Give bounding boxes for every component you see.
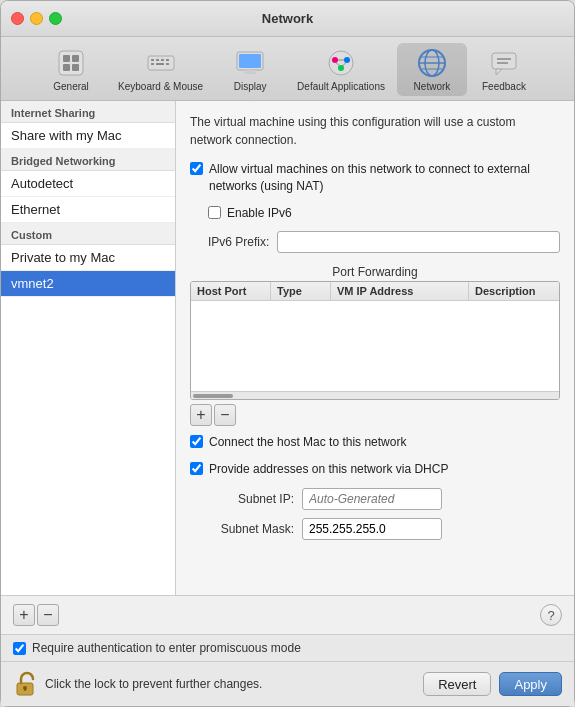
feedback-icon [488, 47, 520, 79]
col-host-port: Host Port [191, 282, 271, 300]
table-scrollbar[interactable] [191, 391, 559, 399]
sidebar-section-internet-sharing: Internet Sharing [1, 101, 175, 123]
allow-nat-checkbox[interactable] [190, 162, 203, 175]
keyboard-icon [145, 47, 177, 79]
provide-dhcp-checkbox[interactable] [190, 462, 203, 475]
enable-ipv6-label: Enable IPv6 [227, 205, 292, 222]
general-icon [55, 47, 87, 79]
subnet-ip-label: Subnet IP: [214, 492, 294, 506]
network-icon [416, 47, 448, 79]
svg-rect-16 [244, 72, 256, 74]
connect-host-checkbox[interactable] [190, 435, 203, 448]
svg-rect-11 [156, 63, 164, 65]
sidebar-item-share-with-mac[interactable]: Share with my Mac [1, 123, 175, 149]
table-add-remove-row: + − [190, 404, 560, 426]
col-type: Type [271, 282, 331, 300]
toolbar: General Keyboard & Mouse [1, 37, 574, 101]
keyboard-mouse-label: Keyboard & Mouse [118, 81, 203, 92]
toolbar-item-default-apps[interactable]: Default Applications [287, 43, 395, 96]
svg-point-19 [344, 57, 350, 63]
window: Network General [0, 0, 575, 707]
footer-lock-text: Click the lock to prevent further change… [45, 677, 415, 691]
require-auth-checkbox[interactable] [13, 642, 26, 655]
display-label: Display [234, 81, 267, 92]
ipv6-prefix-input[interactable] [277, 231, 560, 253]
lock-icon-area[interactable] [13, 670, 37, 698]
sidebar-remove-button[interactable]: − [37, 604, 59, 626]
footer: Click the lock to prevent further change… [1, 661, 574, 706]
subnet-ip-row: Subnet IP: [214, 488, 560, 510]
ipv6-prefix-label: IPv6 Prefix: [208, 235, 269, 249]
provide-dhcp-row: Provide addresses on this network via DH… [190, 461, 560, 478]
svg-point-18 [332, 57, 338, 63]
svg-rect-4 [72, 64, 79, 71]
lock-bar: Require authentication to enter promiscu… [1, 634, 574, 661]
subnet-mask-label: Subnet Mask: [214, 522, 294, 536]
svg-rect-12 [166, 63, 169, 65]
info-text: The virtual machine using this configura… [190, 113, 560, 149]
allow-nat-row: Allow virtual machines on this network t… [190, 161, 560, 195]
feedback-label: Feedback [482, 81, 526, 92]
enable-ipv6-checkbox[interactable] [208, 206, 221, 219]
main-content: Internet Sharing Share with my Mac Bridg… [1, 101, 574, 595]
svg-rect-7 [156, 59, 159, 61]
svg-rect-3 [63, 64, 70, 71]
bottom-bar: + − ? [1, 595, 574, 634]
auth-checkbox-row: Require authentication to enter promiscu… [13, 641, 562, 655]
svg-rect-8 [161, 59, 164, 61]
revert-button[interactable]: Revert [423, 672, 491, 696]
allow-nat-label: Allow virtual machines on this network t… [209, 161, 560, 195]
sidebar-item-private-to-mac[interactable]: Private to my Mac [1, 245, 175, 271]
svg-rect-15 [246, 70, 254, 72]
svg-rect-9 [166, 59, 169, 61]
col-vm-ip: VM IP Address [331, 282, 469, 300]
toolbar-item-network[interactable]: Network [397, 43, 467, 96]
table-body [191, 301, 559, 391]
sidebar-section-bridged: Bridged Networking [1, 149, 175, 171]
svg-rect-0 [59, 51, 83, 75]
subnet-ip-input[interactable] [302, 488, 442, 510]
titlebar: Network [1, 1, 574, 37]
toolbar-item-general[interactable]: General [36, 43, 106, 96]
window-title: Network [262, 11, 313, 26]
require-auth-label: Require authentication to enter promiscu… [32, 641, 301, 655]
provide-dhcp-label: Provide addresses on this network via DH… [209, 461, 448, 478]
maximize-button[interactable] [49, 12, 62, 25]
general-label: General [53, 81, 89, 92]
help-button[interactable]: ? [540, 604, 562, 626]
ipv6-prefix-row: IPv6 Prefix: [208, 231, 560, 253]
table-header: Host Port Type VM IP Address Description [191, 282, 559, 301]
connect-host-label: Connect the host Mac to this network [209, 434, 406, 451]
port-forwarding-label: Port Forwarding [190, 265, 560, 279]
toolbar-item-keyboard-mouse[interactable]: Keyboard & Mouse [108, 43, 213, 96]
svg-rect-6 [151, 59, 154, 61]
svg-rect-2 [72, 55, 79, 62]
add-port-button[interactable]: + [190, 404, 212, 426]
close-button[interactable] [11, 12, 24, 25]
display-icon [234, 47, 266, 79]
toolbar-item-display[interactable]: Display [215, 43, 285, 96]
apply-button[interactable]: Apply [499, 672, 562, 696]
col-description: Description [469, 282, 559, 300]
lock-icon [13, 670, 37, 698]
svg-rect-1 [63, 55, 70, 62]
sidebar-item-autodetect[interactable]: Autodetect [1, 171, 175, 197]
sidebar-item-vmnet2[interactable]: vmnet2 [1, 271, 175, 297]
sidebar-add-remove-controls: + − [13, 604, 59, 626]
minimize-button[interactable] [30, 12, 43, 25]
default-apps-label: Default Applications [297, 81, 385, 92]
connect-host-row: Connect the host Mac to this network [190, 434, 560, 451]
port-forwarding-section: Port Forwarding Host Port Type VM IP Add… [190, 265, 560, 426]
sidebar-section-custom: Custom [1, 223, 175, 245]
svg-point-17 [329, 51, 353, 75]
toolbar-item-feedback[interactable]: Feedback [469, 43, 539, 96]
table-scrollbar-thumb [193, 394, 233, 398]
sidebar-add-button[interactable]: + [13, 604, 35, 626]
sidebar-item-ethernet[interactable]: Ethernet [1, 197, 175, 223]
svg-marker-30 [496, 69, 502, 75]
default-apps-icon [325, 47, 357, 79]
sidebar: Internet Sharing Share with my Mac Bridg… [1, 101, 176, 595]
subnet-mask-row: Subnet Mask: [214, 518, 560, 540]
remove-port-button[interactable]: − [214, 404, 236, 426]
subnet-mask-input[interactable] [302, 518, 442, 540]
